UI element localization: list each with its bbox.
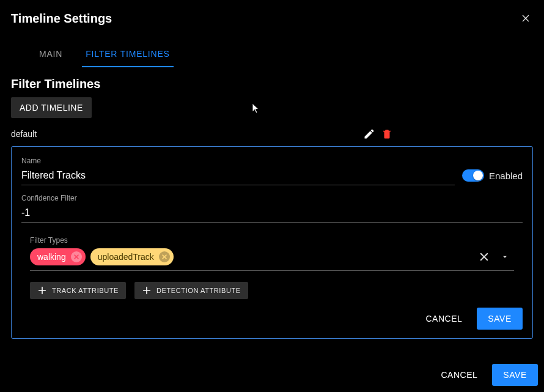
confidence-label: Confidence Filter <box>21 194 523 202</box>
editor-cancel-button[interactable]: CANCEL <box>417 308 471 330</box>
section-title: Filter Timelines <box>11 77 533 91</box>
chip-remove-walking[interactable] <box>71 251 82 262</box>
trash-icon <box>381 128 392 140</box>
clear-filter-types-button[interactable] <box>476 249 492 265</box>
timeline-row: default <box>11 125 533 142</box>
enabled-label: Enabled <box>489 171 523 181</box>
timeline-editor: Name Enabled Confidence Filter Filter Ty… <box>11 146 533 339</box>
filter-chip-uploadedtrack: uploadedTrack <box>90 248 174 265</box>
chevron-down-icon <box>501 253 509 261</box>
confidence-field: Confidence Filter <box>21 194 523 223</box>
edit-timeline-button[interactable] <box>361 125 378 142</box>
add-detection-attribute-button[interactable]: DETECTION ATTRIBUTE <box>134 282 248 299</box>
chip-label: walking <box>37 252 66 262</box>
track-attribute-label: TRACK ATTRIBUTE <box>52 287 119 294</box>
enabled-toggle[interactable] <box>462 169 484 182</box>
pencil-icon <box>363 128 375 140</box>
close-icon <box>73 254 79 260</box>
close-icon <box>161 254 167 260</box>
filter-chip-walking: walking <box>30 248 86 265</box>
add-track-attribute-button[interactable]: TRACK ATTRIBUTE <box>30 282 126 299</box>
tab-main[interactable]: MAIN <box>35 43 66 67</box>
page-title: Timeline Settings <box>11 12 112 26</box>
open-filter-types-dropdown[interactable] <box>498 249 512 265</box>
delete-timeline-button[interactable] <box>379 125 395 142</box>
name-input[interactable] <box>21 168 455 185</box>
name-label: Name <box>21 157 455 165</box>
dialog-save-button[interactable]: SAVE <box>492 364 538 386</box>
filter-types-select[interactable]: walking uploadedTrack <box>30 248 514 271</box>
filter-types-label: Filter Types <box>30 236 514 245</box>
close-icon <box>479 251 490 262</box>
tab-filter-timelines[interactable]: FILTER TIMELINES <box>82 43 174 67</box>
close-icon <box>521 13 531 23</box>
add-timeline-button[interactable]: ADD TIMELINE <box>11 97 92 118</box>
confidence-input[interactable] <box>21 205 523 223</box>
dialog-cancel-button[interactable]: CANCEL <box>432 364 486 386</box>
plus-icon <box>142 286 152 295</box>
chip-label: uploadedTrack <box>98 252 154 262</box>
close-button[interactable] <box>518 11 533 26</box>
editor-save-button[interactable]: SAVE <box>477 308 523 330</box>
tabs: MAIN FILTER TIMELINES <box>11 43 533 67</box>
timeline-name: default <box>11 129 37 139</box>
mouse-cursor-icon <box>252 103 260 115</box>
chip-remove-uploadedtrack[interactable] <box>159 251 170 262</box>
name-field: Name <box>21 157 455 185</box>
plus-icon <box>37 286 47 295</box>
detection-attribute-label: DETECTION ATTRIBUTE <box>156 287 241 294</box>
